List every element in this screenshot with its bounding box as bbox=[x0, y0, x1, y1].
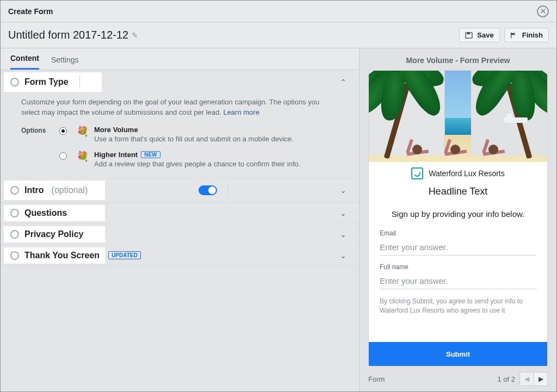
right-panel: More Volume - Form Preview Waterford Lux… bbox=[360, 48, 556, 391]
form-name: Untitled form 2017-12-12 bbox=[8, 29, 128, 41]
chevron-down-icon[interactable]: ⌄ bbox=[337, 230, 349, 239]
section-radio bbox=[10, 209, 19, 217]
preview-phone: Waterford Lux Resorts Headline Text Sign… bbox=[368, 70, 548, 366]
updated-badge: UPDATED bbox=[108, 251, 141, 259]
field-fullname: Full name Enter your answer. bbox=[369, 261, 547, 295]
section-radio bbox=[10, 186, 19, 195]
brand-name: Waterford Lux Resorts bbox=[429, 169, 505, 178]
pencil-icon[interactable]: ✎ bbox=[132, 31, 138, 40]
preview-headline: Headline Text bbox=[369, 183, 547, 204]
learn-more-link[interactable]: Learn more bbox=[223, 108, 259, 116]
chevron-down-icon[interactable]: ⌄ bbox=[337, 209, 349, 217]
preview-pager: Form 1 of 2 ◀ ▶ bbox=[360, 366, 556, 391]
section-title: Privacy Policy bbox=[24, 229, 84, 239]
save-label: Save bbox=[477, 31, 493, 39]
radio-more-volume[interactable] bbox=[59, 127, 67, 135]
section-title: Thank You Screen bbox=[24, 251, 100, 260]
more-volume-title: More Volume bbox=[94, 126, 338, 134]
preview-hero-image bbox=[369, 71, 547, 162]
form-type-options: Options 💐 More Volume Use a form that's … bbox=[21, 126, 338, 168]
left-panel: Content Settings Form Type ⌃ Customize y… bbox=[1, 48, 360, 391]
boat-icon bbox=[504, 117, 528, 123]
options-label: Options bbox=[21, 126, 59, 134]
pager-next-button[interactable]: ▶ bbox=[534, 372, 548, 386]
sections: Form Type ⌃ Customize your form dependin… bbox=[1, 70, 359, 266]
section-radio bbox=[10, 230, 19, 239]
header-sub: Untitled form 2017-12-12 ✎ Save Finish bbox=[1, 22, 556, 48]
more-volume-desc: Use a form that's quick to fill out and … bbox=[94, 135, 338, 143]
field-label: Full name bbox=[380, 263, 536, 271]
section-title: Form Type bbox=[24, 77, 69, 87]
tabs: Content Settings bbox=[1, 48, 359, 70]
section-header-form-type[interactable]: Form Type ⌃ bbox=[1, 70, 359, 94]
save-button[interactable]: Save bbox=[459, 28, 499, 42]
fullname-input[interactable]: Enter your answer. bbox=[380, 276, 536, 289]
modal-title: Create Form bbox=[8, 7, 53, 16]
section-optional: (optional) bbox=[52, 185, 88, 195]
field-label: Email bbox=[380, 229, 536, 237]
intro-toggle[interactable] bbox=[199, 185, 217, 195]
higher-intent-icon: 💐 bbox=[76, 151, 90, 163]
section-intro: Intro (optional) ⌄ bbox=[1, 178, 359, 203]
higher-intent-desc: Add a review step that gives people a ch… bbox=[94, 160, 338, 168]
section-header-privacy[interactable]: Privacy Policy ⌄ bbox=[1, 224, 359, 245]
section-privacy: Privacy Policy ⌄ bbox=[1, 224, 359, 245]
save-icon bbox=[465, 32, 473, 39]
new-badge: NEW bbox=[141, 151, 160, 158]
section-title: Intro bbox=[24, 185, 44, 195]
chevron-down-icon[interactable]: ⌄ bbox=[337, 251, 349, 260]
pager-position: 1 of 2 bbox=[497, 375, 515, 383]
section-radio bbox=[10, 78, 19, 86]
chevron-down-icon[interactable]: ⌄ bbox=[337, 186, 349, 195]
tab-settings[interactable]: Settings bbox=[51, 55, 79, 70]
more-volume-icon: 💐 bbox=[76, 126, 90, 138]
preview-brand: Waterford Lux Resorts bbox=[369, 162, 547, 183]
pager-prev-button[interactable]: ◀ bbox=[519, 372, 534, 386]
section-questions: Questions ⌄ bbox=[1, 203, 359, 224]
form-type-desc: Customize your form depending on the goa… bbox=[21, 97, 338, 118]
pager-label: Form bbox=[368, 375, 385, 383]
section-header-intro[interactable]: Intro (optional) ⌄ bbox=[1, 178, 359, 202]
field-email: Email Enter your answer. bbox=[369, 227, 547, 261]
flag-icon bbox=[510, 32, 518, 39]
finish-label: Finish bbox=[522, 31, 543, 39]
section-form-type: Form Type ⌃ Customize your form dependin… bbox=[1, 70, 359, 178]
finish-button[interactable]: Finish bbox=[504, 28, 549, 42]
close-icon[interactable]: ✕ bbox=[537, 5, 549, 17]
header-top: Create Form ✕ bbox=[1, 1, 556, 22]
preview-subline: Sign up by providing your info below. bbox=[369, 204, 547, 227]
section-header-thankyou[interactable]: Thank You Screen UPDATED ⌄ bbox=[1, 245, 359, 266]
section-body-form-type: Customize your form depending on the goa… bbox=[1, 94, 359, 178]
app-root: Create Form ✕ Untitled form 2017-12-12 ✎… bbox=[0, 0, 557, 392]
tab-content[interactable]: Content bbox=[10, 54, 39, 70]
chevron-up-icon[interactable]: ⌃ bbox=[337, 78, 349, 86]
brand-logo-icon bbox=[411, 167, 423, 179]
preview-title: More Volume - Form Preview bbox=[360, 48, 556, 70]
preview-disclaimer: By clicking Submit, you agree to send yo… bbox=[369, 295, 547, 315]
higher-intent-title: Higher Intent bbox=[94, 151, 138, 159]
email-input[interactable]: Enter your answer. bbox=[380, 242, 536, 256]
section-title: Questions bbox=[24, 208, 67, 218]
section-header-questions[interactable]: Questions ⌄ bbox=[1, 203, 359, 223]
section-thankyou: Thank You Screen UPDATED ⌄ bbox=[1, 245, 359, 266]
section-radio bbox=[10, 251, 19, 260]
radio-higher-intent[interactable] bbox=[59, 152, 67, 160]
submit-button[interactable]: Submit bbox=[369, 342, 547, 366]
svg-rect-1 bbox=[467, 32, 470, 34]
